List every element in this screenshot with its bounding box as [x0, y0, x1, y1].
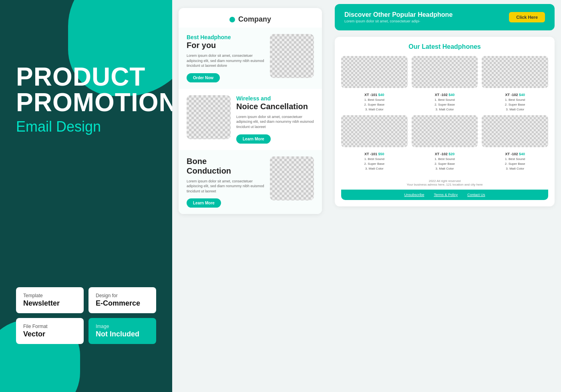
terms-link[interactable]: Terms & Policy — [434, 193, 458, 197]
section-bone-text: Bone Conduction Lorem ipsum dolor sit am… — [187, 156, 264, 208]
click-here-button[interactable]: Click Here — [509, 12, 545, 22]
product-img-3 — [482, 56, 548, 88]
product-features-1: 1. Best Sound2. Super Base3. Matt Color — [364, 98, 384, 112]
product-item-5: XT -102 $20 1. Best Sound2. Super Base3.… — [412, 115, 478, 171]
left-panel: PRODUCT PROMOTION Email Design Template … — [0, 0, 172, 392]
product-grid-row1: XT -101 $40 1. Best Sound2. Super Base3.… — [341, 56, 548, 112]
title-line1: PRODUCT — [16, 62, 145, 91]
product-name-1: XT -101 — [364, 93, 378, 97]
unsubscribe-link[interactable]: Unsubscribe — [404, 193, 424, 197]
product-item-2: XT -102 $40 1. Best Sound2. Super Base3.… — [412, 56, 478, 112]
section-wireless-body: Lorem ipsum dolor sit amet, consectetuer… — [236, 114, 314, 130]
email-header: Company — [179, 8, 322, 28]
product-section-title: Our Latest Headphones — [341, 43, 548, 50]
info-card-format: File Format Vector — [16, 318, 84, 344]
section-hero-highlight: Best Headphone — [187, 34, 264, 40]
learn-more-button-2[interactable]: Learn More — [187, 198, 221, 208]
email-preview-right: Discover Other Popular Headphone Lorem i… — [328, 0, 561, 392]
info-card-template: Template Newsletter — [16, 287, 84, 313]
product-price-4: $50 — [378, 152, 384, 156]
contact-link[interactable]: Contact Us — [467, 193, 485, 197]
promo-title: Discover Other Popular Headphone — [344, 11, 452, 18]
product-name-5: XT -102 — [435, 152, 449, 156]
product-item-3: XT -102 $40 1. Best Sound2. Super Base3.… — [482, 56, 548, 112]
hero-text: PRODUCT PROMOTION Email Design — [16, 64, 156, 135]
promo-subtitle: Lorem ipsum dolor sit amet, consectetuer… — [344, 19, 452, 23]
company-name: Company — [238, 15, 271, 24]
wireless-product-image — [187, 95, 231, 139]
info-label-template: Template — [23, 293, 76, 298]
info-label-image: Image — [96, 324, 149, 329]
info-value-template: Newsletter — [23, 299, 76, 308]
info-card-design: Design for E-Commerce — [88, 287, 156, 313]
product-item-1: XT -101 $40 1. Best Sound2. Super Base3.… — [341, 56, 408, 112]
bone-product-image — [270, 156, 314, 200]
email-section-bone: Bone Conduction Lorem ipsum dolor sit am… — [179, 150, 322, 214]
product-item-4: XT -101 $50 1. Best Sound2. Super Base3.… — [341, 115, 408, 171]
info-label-format: File Format — [23, 324, 76, 329]
section-hero-body: Lorem ipsum dolor sit amet, consectetuer… — [187, 53, 264, 68]
product-img-4 — [341, 115, 408, 147]
product-price-1: $40 — [378, 93, 384, 97]
product-price-5: $20 — [448, 152, 454, 156]
product-price-3: $40 — [519, 93, 525, 97]
section-wireless-highlight: Wireless and — [236, 95, 314, 102]
product-price-2: $40 — [448, 93, 454, 97]
product-name-2: XT -102 — [435, 93, 449, 97]
product-grid-row2: XT -101 $50 1. Best Sound2. Super Base3.… — [341, 115, 548, 171]
info-value-image: Not Included — [96, 330, 149, 338]
footer-links: Unsubscribe Terms & Policy Contact Us — [341, 190, 548, 200]
info-label-design: Design for — [96, 293, 149, 298]
product-section: Our Latest Headphones XT -101 $40 1. Bes… — [335, 37, 555, 206]
title-line2: PROMOTION — [16, 88, 172, 117]
section-wireless-text: Wireless and Noice Cancellation Lorem ip… — [236, 95, 314, 144]
email-preview-left: Company Best Headphone For you Lorem ips… — [172, 0, 328, 392]
section-hero-text: Best Headphone For you Lorem ipsum dolor… — [187, 34, 264, 82]
hero-product-image — [270, 34, 314, 78]
subtitle: Email Design — [16, 118, 156, 135]
product-features-2: 1. Best Sound2. Super Base3. Matt Color — [434, 98, 455, 112]
right-area: Company Best Headphone For you Lorem ips… — [172, 0, 561, 392]
company-dot — [229, 17, 235, 22]
product-img-2 — [412, 56, 478, 88]
order-now-button[interactable]: Order Now — [187, 73, 220, 82]
email-card-left: Company Best Headphone For you Lorem ips… — [179, 8, 322, 214]
info-grid: Template Newsletter Design for E-Commerc… — [16, 287, 156, 344]
product-features-3: 1. Best Sound2. Super Base3. Matt Color — [505, 98, 525, 112]
product-name-3: XT -102 — [505, 93, 519, 97]
product-img-6 — [482, 115, 548, 147]
email-section-hero: Best Headphone For you Lorem ipsum dolor… — [179, 28, 322, 89]
section-bone-heading: Bone Conduction — [187, 156, 264, 176]
promo-banner-text: Discover Other Popular Headphone Lorem i… — [344, 11, 452, 23]
footer-copy: 2022 All right reserved Your business ad… — [348, 179, 542, 186]
email-section-wireless: Wireless and Noice Cancellation Lorem ip… — [179, 89, 322, 150]
info-value-design: E-Commerce — [96, 299, 149, 308]
product-features-4: 1. Best Sound2. Super Base3. Matt Color — [364, 157, 384, 171]
section-wireless-heading: Noice Cancellation — [236, 102, 314, 111]
product-features-5: 1. Best Sound2. Super Base3. Matt Color — [434, 157, 455, 171]
product-img-5 — [412, 115, 478, 147]
info-value-format: Vector — [23, 330, 76, 338]
learn-more-button-1[interactable]: Learn More — [236, 134, 271, 144]
product-name-6: XT -102 — [505, 152, 519, 156]
product-item-6: XT -102 $40 1. Best Sound2. Super Base3.… — [482, 115, 548, 171]
product-name-4: XT -101 — [364, 152, 378, 156]
section-hero-heading: For you — [187, 40, 264, 50]
promo-banner: Discover Other Popular Headphone Lorem i… — [335, 4, 555, 30]
product-features-6: 1. Best Sound2. Super Base3. Matt Color — [505, 157, 525, 171]
section-bone-body: Lorem ipsum dolor sit amet, consectetuer… — [187, 179, 264, 194]
info-card-image: Image Not Included — [88, 318, 156, 344]
product-img-1 — [341, 56, 408, 88]
product-price-6: $40 — [519, 152, 525, 156]
email-footer: 2022 All right reserved Your business ad… — [341, 174, 548, 200]
